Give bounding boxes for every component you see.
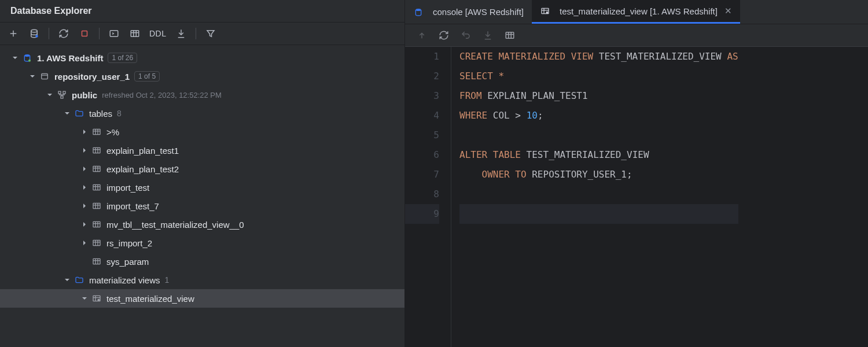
svg-rect-4 [131,31,139,37]
panel-title: Database Explorer [0,0,404,23]
matviews-count: 1 [165,275,170,285]
table-icon [91,145,102,156]
datasource-properties-icon[interactable] [28,27,41,40]
tab-label: console [AWS Redshift] [433,7,524,17]
chevron-right-icon[interactable] [80,257,89,266]
database-explorer-panel: Database Explorer DDL [0,0,405,347]
matview-node[interactable]: test_materialized_view [0,289,404,308]
add-icon[interactable] [7,27,20,40]
chevron-down-icon[interactable] [62,109,72,118]
tab-label: test_materialized_view [1. AWS Redshift] [560,6,718,16]
separator [196,28,196,39]
chevron-right-icon[interactable] [80,146,89,155]
separator [99,28,100,39]
table-node[interactable]: explain_plan_test2 [0,160,404,178]
table-icon [91,164,102,174]
undo-icon [459,29,472,42]
database-tree[interactable]: 1. AWS Redshift 1 of 26 repository_user_… [0,45,404,311]
table-label: import_test_7 [106,201,159,211]
chevron-right-icon[interactable] [80,164,89,174]
svg-rect-15 [93,203,100,208]
chevron-right-icon[interactable] [80,220,89,229]
svg-rect-13 [93,166,100,171]
table-node[interactable]: mv_tbl__test_materialized_view__0 [0,215,404,234]
svg-point-5 [24,54,30,57]
close-icon[interactable]: ✕ [724,6,732,16]
schema-label: public [72,90,97,100]
chevron-down-icon[interactable] [62,275,72,285]
database-icon [39,71,50,82]
table-node[interactable]: rs_import_2 [0,234,404,252]
code-line[interactable] [459,204,738,224]
code-line[interactable] [459,184,738,204]
table-label: import_test [106,183,149,193]
svg-point-23 [546,12,548,13]
console-icon [413,7,424,17]
database-node[interactable]: repository_user_1 1 of 5 [0,67,404,86]
stop-icon[interactable] [78,27,91,40]
table-node[interactable]: import_test_7 [0,197,404,215]
datasource-label: 1. AWS Redshift [37,53,103,63]
matviews-group-node[interactable]: materialized views 1 [0,271,404,289]
table-node[interactable]: import_test [0,178,404,197]
tables-group-node[interactable]: tables 8 [0,104,404,123]
code-line[interactable]: FROM EXPLAIN_PLAN_TEST1 [459,86,738,106]
schema-node[interactable]: public refreshed Oct 2, 2023, 12:52:22 P… [0,86,404,104]
import-icon [481,29,494,42]
chevron-down-icon[interactable] [10,53,20,62]
code-editor[interactable]: 123456789 CREATE MATERIALIZED VIEW TEST_… [405,47,868,347]
table-node[interactable]: sys_param [0,252,404,271]
editor-panel: console [AWS Redshift] test_materialized… [405,0,868,347]
import-icon[interactable] [175,27,187,40]
code-line[interactable] [459,125,738,145]
upload-icon [415,29,428,42]
code-line[interactable]: OWNER TO REPOSITORY_USER_1; [459,165,738,184]
table-icon [91,238,102,248]
svg-point-0 [31,29,38,32]
chevron-right-icon[interactable] [80,183,89,192]
chevron-right-icon[interactable] [80,238,89,248]
code-line[interactable]: WHERE COL > 10; [459,106,738,125]
chevron-right-icon[interactable] [80,201,89,211]
table-node[interactable]: >% [0,123,404,141]
chevron-down-icon[interactable] [45,90,54,99]
table-label: rs_import_2 [106,238,152,248]
table-node[interactable]: explain_plan_test1 [0,141,404,160]
table-icon [91,182,102,193]
table-label: >% [106,127,119,137]
svg-rect-10 [61,96,63,98]
chevron-down-icon[interactable] [80,294,89,303]
svg-rect-16 [93,222,100,227]
tab-materialized-view[interactable]: test_materialized_view [1. AWS Redshift]… [532,0,740,24]
code-line[interactable]: CREATE MATERIALIZED VIEW TEST_MATERIALIZ… [459,47,738,67]
filter-icon[interactable] [204,27,217,40]
refresh-icon[interactable] [57,27,70,40]
code-lines[interactable]: CREATE MATERIALIZED VIEW TEST_MATERIALIZ… [451,47,738,347]
matviews-group-label: materialized views [89,275,160,285]
svg-point-21 [415,9,421,11]
separator [49,28,49,39]
svg-rect-9 [63,91,65,94]
datasource-node[interactable]: 1. AWS Redshift 1 of 26 [0,49,404,67]
chevron-right-icon[interactable] [80,127,89,136]
tab-console[interactable]: console [AWS Redshift] [405,0,532,24]
chevron-down-icon[interactable] [28,72,37,81]
table-view-icon[interactable] [128,27,141,40]
code-line[interactable]: ALTER TABLE TEST_MATERIALIZED_VIEW [459,145,738,165]
table-icon [91,201,102,211]
svg-rect-8 [58,91,61,94]
code-line[interactable]: SELECT * [459,67,738,86]
ddl-button[interactable]: DDL [149,29,167,38]
line-gutter: 123456789 [405,47,451,347]
folder-icon [74,275,84,285]
schema-refreshed: refreshed Oct 2, 2023, 12:52:22 PM [102,91,222,99]
table-view-icon[interactable] [503,29,516,42]
folder-icon [74,108,84,119]
svg-point-20 [98,299,100,301]
sidebar-toolbar: DDL [0,23,404,45]
refresh-icon[interactable] [437,29,450,42]
jump-to-console-icon[interactable] [108,27,120,40]
matview-icon [540,6,550,16]
table-icon [91,127,102,137]
schema-icon [57,90,67,100]
